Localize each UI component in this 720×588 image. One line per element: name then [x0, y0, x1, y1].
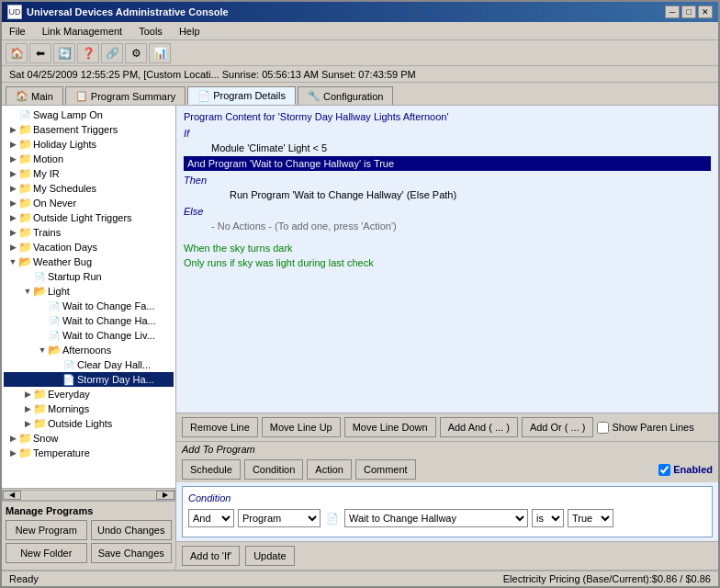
menu-file[interactable]: File: [6, 25, 29, 38]
new-program-button[interactable]: New Program: [6, 520, 87, 540]
expand-light: ▼: [22, 286, 33, 297]
manage-btn-row1: New Program Undo Changes: [6, 520, 172, 540]
is-select[interactable]: is is not: [532, 509, 564, 527]
sidebar-hscroll[interactable]: ◀ ▶: [2, 488, 175, 501]
sidebar-item-trains[interactable]: ▶ 📁 Trains: [4, 225, 174, 240]
sidebar-item-snow[interactable]: ▶ 📁 Snow: [4, 431, 174, 446]
action1-line: Run Program 'Wait to Change Hallway' (El…: [184, 187, 711, 202]
sidebar-item-mornings[interactable]: ▶ 📁 Mornings: [4, 401, 174, 416]
sidebar-item-light[interactable]: ▼ 📂 Light: [4, 284, 174, 299]
sidebar-label-light: Light: [48, 286, 70, 297]
program-select[interactable]: Wait to Change Hallway: [344, 509, 528, 527]
expand-waitliv: [37, 330, 48, 341]
toolbar-btn-3[interactable]: 🔄: [53, 43, 75, 63]
sidebar-item-weatherbug[interactable]: ▼ 📂 Weather Bug: [4, 254, 174, 269]
show-paren-checkbox[interactable]: [597, 422, 609, 434]
folder-icon-afternoons: 📂: [48, 344, 61, 356]
sidebar-label-waitliv: Wait to Change Liv...: [62, 330, 155, 341]
add-and-button[interactable]: Add And ( ... ): [440, 417, 518, 437]
sidebar: 📄 Swag Lamp On ▶ 📁 Basement Triggers ▶ 📁…: [2, 106, 176, 570]
when-line2: Only runs if sky was light during last c…: [184, 255, 711, 270]
menu-bar: File Link Management Tools Help: [2, 22, 718, 40]
add-btn-row: Schedule Condition Action Comment Enable…: [176, 457, 718, 482]
sidebar-item-outsidelights[interactable]: ▶ 📁 Outside Lights: [4, 416, 174, 431]
toolbar-btn-4[interactable]: ❓: [77, 43, 99, 63]
sidebar-item-onnever[interactable]: ▶ 📁 On Never: [4, 196, 174, 210]
condition-button[interactable]: Condition: [244, 459, 303, 480]
then-line: Then: [184, 173, 711, 187]
sidebar-item-waitliv[interactable]: 📄 Wait to Change Liv...: [4, 328, 174, 343]
remove-line-button[interactable]: Remove Line: [182, 417, 258, 437]
sidebar-item-motion[interactable]: ▶ 📁 Motion: [4, 152, 174, 166]
toolbar-btn-5[interactable]: 🔗: [101, 43, 123, 63]
action1-text: Run Program 'Wait to Change Hallway' (El…: [230, 187, 456, 202]
move-line-up-button[interactable]: Move Line Up: [262, 417, 341, 437]
menu-tools[interactable]: Tools: [135, 25, 166, 38]
type-select[interactable]: Program Device Time: [238, 509, 321, 527]
enabled-checkbox[interactable]: [658, 464, 670, 476]
if-line: If: [184, 126, 711, 141]
sidebar-item-stormyday[interactable]: 📄 Stormy Day Ha...: [4, 372, 174, 387]
sidebar-item-vacation[interactable]: ▶ 📁 Vacation Days: [4, 240, 174, 254]
move-line-down-button[interactable]: Move Line Down: [344, 417, 436, 437]
tab-configuration[interactable]: 🔧 Configuration: [298, 86, 393, 105]
minimize-button[interactable]: ─: [665, 6, 680, 18]
action-button[interactable]: Action: [307, 459, 352, 480]
sidebar-label-vacation: Vacation Days: [33, 242, 97, 253]
menu-help[interactable]: Help: [175, 25, 204, 38]
save-changes-button[interactable]: Save Changes: [91, 543, 173, 563]
expand-holiday: ▶: [7, 139, 18, 150]
and-select[interactable]: And Or: [188, 509, 234, 527]
expand-clearday: [51, 359, 62, 370]
state-select[interactable]: True False: [568, 509, 613, 527]
sidebar-item-waitha[interactable]: 📄 Wait to Change Ha...: [4, 313, 174, 328]
comment-button[interactable]: Comment: [355, 459, 416, 480]
sidebar-item-outside[interactable]: ▶ 📁 Outside Light Triggers: [4, 210, 174, 225]
folder-icon-basement: 📁: [18, 123, 31, 136]
folder-icon-weatherbug: 📂: [18, 255, 31, 268]
close-button[interactable]: ✕: [698, 6, 713, 18]
hscroll-left[interactable]: ◀: [3, 491, 21, 500]
doc-icon-stormyday: 📄: [62, 373, 75, 386]
sidebar-item-everyday[interactable]: ▶ 📁 Everyday: [4, 387, 174, 401]
toolbar-btn-6[interactable]: ⚙: [125, 43, 147, 63]
title-bar-left: UD Universal Devices Administrative Cons…: [7, 5, 229, 19]
tab-main[interactable]: 🏠 Main: [6, 86, 63, 105]
status-top: Sat 04/25/2009 12:55:25 PM, [Custom Loca…: [2, 66, 718, 83]
sidebar-item-waitfa[interactable]: 📄 Wait to Change Fa...: [4, 299, 174, 313]
sidebar-label-myir: My IR: [33, 168, 60, 179]
hscroll-right[interactable]: ▶: [156, 491, 174, 500]
new-folder-button[interactable]: New Folder: [6, 543, 87, 563]
condition2-line[interactable]: And Program 'Wait to Change Hallway' is …: [184, 156, 711, 171]
sidebar-item-basement[interactable]: ▶ 📁 Basement Triggers: [4, 122, 174, 137]
tab-program-details[interactable]: 📄 Program Details: [187, 86, 296, 105]
sidebar-item-swag[interactable]: 📄 Swag Lamp On: [4, 107, 174, 122]
undo-changes-button[interactable]: Undo Changes: [91, 520, 173, 540]
schedule-button[interactable]: Schedule: [182, 459, 241, 480]
sidebar-label-outsidelights: Outside Lights: [48, 418, 112, 429]
toolbar-btn-1[interactable]: 🏠: [6, 43, 28, 63]
sidebar-item-startup[interactable]: 📄 Startup Run: [4, 269, 174, 284]
manage-title: Manage Programs: [6, 505, 172, 516]
program-content: Program Content for 'Stormy Day Hallway …: [176, 106, 718, 413]
sidebar-label-waitha: Wait to Change Ha...: [62, 315, 156, 326]
sidebar-label-clearday: Clear Day Hall...: [77, 359, 151, 370]
toolbar-btn-2[interactable]: ⬅: [29, 43, 51, 63]
sidebar-item-holiday[interactable]: ▶ 📁 Holiday Lights: [4, 137, 174, 152]
add-or-button[interactable]: Add Or ( ... ): [522, 417, 594, 437]
tab-program-summary[interactable]: 📋 Program Summary: [65, 86, 186, 105]
sidebar-item-afternoons[interactable]: ▼ 📂 Afternoons: [4, 343, 174, 357]
sidebar-label-basement: Basement Triggers: [33, 124, 118, 135]
maximize-button[interactable]: □: [681, 6, 696, 18]
folder-icon-light: 📂: [33, 285, 46, 298]
menu-link-management[interactable]: Link Management: [39, 25, 126, 38]
sidebar-item-mysch[interactable]: ▶ 📁 My Schedules: [4, 181, 174, 196]
update-button[interactable]: Update: [245, 546, 294, 566]
add-to-if-button[interactable]: Add to 'If': [182, 546, 240, 566]
expand-waitfa: [37, 300, 48, 311]
sidebar-item-temperature[interactable]: ▶ 📁 Temperature: [4, 446, 174, 460]
condition1-text: Module 'Climate' Light < 5: [211, 141, 327, 155]
sidebar-item-clearday[interactable]: 📄 Clear Day Hall...: [4, 357, 174, 372]
toolbar-btn-7[interactable]: 📊: [149, 43, 171, 63]
sidebar-item-myir[interactable]: ▶ 📁 My IR: [4, 166, 174, 181]
